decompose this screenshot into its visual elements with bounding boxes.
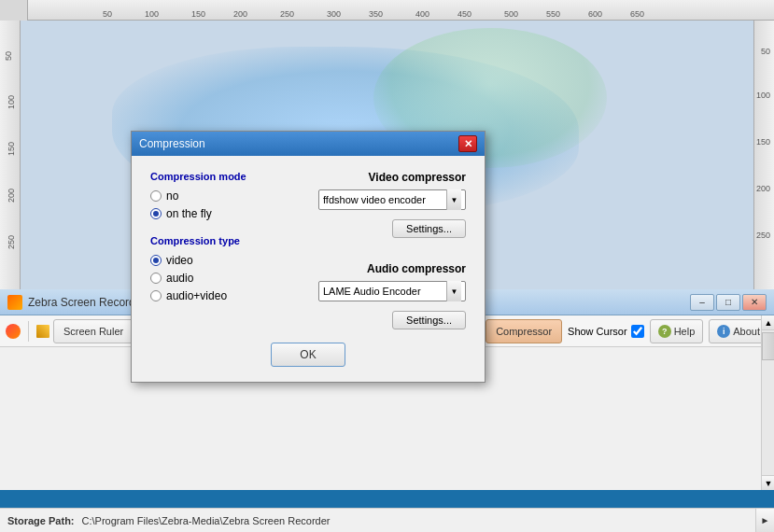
- radio-audio-label: audio: [166, 272, 193, 285]
- ruler-vtick-r: 200: [756, 184, 770, 193]
- scrollbar-up-arrow[interactable]: ▲: [762, 315, 774, 330]
- dialog-footer: OK: [132, 343, 485, 367]
- radio-video-label: video: [166, 254, 193, 267]
- dialog-content: Compression mode no on the fly Compressi…: [132, 156, 485, 369]
- app-icon: [7, 295, 22, 310]
- compressor-label: Compressor: [496, 326, 552, 337]
- audio-encoder-value: LAME Audio Encoder: [323, 286, 421, 297]
- ruler-tick: 500: [504, 9, 518, 19]
- radio-no-item[interactable]: no: [150, 189, 300, 203]
- ruler-vtick-r: 50: [761, 47, 770, 56]
- radio-no-circle[interactable]: [150, 190, 162, 202]
- radio-audio-item[interactable]: audio: [150, 272, 300, 285]
- record-icon: [6, 324, 21, 339]
- show-cursor-area: Show Cursor: [568, 325, 644, 338]
- compression-mode-label: Compression mode: [150, 171, 300, 182]
- radio-audio-circle[interactable]: [150, 273, 162, 284]
- ruler-vtick-r: 250: [756, 231, 770, 240]
- ruler-tick: 400: [415, 9, 429, 19]
- radio-video-item[interactable]: video: [150, 254, 300, 267]
- show-cursor-checkbox[interactable]: [631, 325, 644, 338]
- dialog-close-button[interactable]: ✕: [458, 135, 477, 152]
- ruler-vtick-r: 100: [756, 91, 770, 100]
- compression-type-group: video audio audio+video: [150, 254, 300, 302]
- audio-encoder-dropdown[interactable]: LAME Audio Encoder ▼: [318, 281, 466, 301]
- ruler-corner: [0, 0, 28, 21]
- dialog-left-panel: Compression mode no on the fly Compressi…: [150, 171, 300, 354]
- ruler-left-bar: 50 100 150 200 250: [0, 21, 21, 289]
- radio-audio-video-item[interactable]: audio+video: [150, 289, 300, 302]
- ruler-right-bar: 50 100 150 200 250: [753, 21, 774, 289]
- minimize-button[interactable]: –: [690, 294, 714, 311]
- video-settings-button[interactable]: Settings...: [392, 219, 466, 238]
- radio-on-the-fly-label: on the fly: [166, 207, 212, 220]
- ruler-tick: 50: [103, 9, 112, 19]
- ruler-tick: 100: [145, 9, 159, 19]
- ruler-tick: 600: [588, 9, 602, 19]
- video-compressor-label: Video compressor: [318, 171, 466, 184]
- radio-audio-video-label: audio+video: [166, 289, 227, 302]
- show-cursor-label: Show Cursor: [568, 326, 627, 337]
- radio-video-circle[interactable]: [150, 255, 162, 266]
- status-label: Storage Path:: [7, 515, 75, 526]
- app-title-label: Zebra Screen Recorder: [28, 296, 145, 309]
- window-controls: – □ ✕: [690, 294, 767, 311]
- screen-ruler-label: Screen Ruler: [63, 326, 123, 337]
- help-label: Help: [674, 326, 696, 337]
- ok-button[interactable]: OK: [271, 343, 345, 367]
- video-encoder-dropdown-row: ffdshow video encoder ▼: [318, 189, 466, 210]
- screen-ruler-button[interactable]: Screen Ruler: [53, 319, 134, 343]
- toolbar-divider: [28, 321, 29, 342]
- dialog-title-bar: Compression ✕: [132, 132, 485, 156]
- audio-compressor-label: Audio compressor: [318, 262, 466, 275]
- ruler-vtick: 250: [7, 235, 16, 249]
- ruler-vtick-r: 150: [756, 137, 770, 147]
- ruler-tick: 550: [546, 9, 560, 19]
- ruler-tick: 250: [280, 9, 294, 19]
- ruler-vtick: 50: [4, 51, 13, 61]
- audio-dropdown-arrow[interactable]: ▼: [446, 281, 461, 301]
- dialog-title: Compression: [139, 137, 205, 150]
- radio-on-the-fly-circle[interactable]: [150, 208, 162, 219]
- compression-type-label: Compression type: [150, 235, 300, 246]
- info-icon: i: [717, 325, 730, 338]
- status-path: C:\Program Files\Zebra-Media\Zebra Scree…: [82, 515, 331, 526]
- status-arrow-icon: ►: [761, 515, 770, 525]
- scrollbar-down-arrow[interactable]: ▼: [762, 475, 774, 490]
- ruler-top-bar: 50 100 150 200 250 300 350 400 450 500 5…: [0, 0, 774, 21]
- audio-settings-label: Settings...: [406, 315, 452, 326]
- compressor-button[interactable]: Compressor: [486, 319, 562, 343]
- compression-dialog: Compression ✕ Compression mode no on the…: [131, 131, 486, 383]
- ok-label: OK: [300, 348, 316, 361]
- scrollbar-thumb[interactable]: [762, 332, 774, 360]
- help-icon: ?: [658, 325, 671, 338]
- audio-settings-button[interactable]: Settings...: [392, 311, 466, 329]
- about-label: About: [733, 326, 760, 337]
- video-settings-label: Settings...: [406, 223, 452, 234]
- ruler-tick: 300: [327, 9, 341, 19]
- ruler-vtick: 150: [7, 142, 16, 156]
- ruler-tick: 350: [369, 9, 383, 19]
- ruler-vtick: 100: [7, 95, 16, 109]
- ruler-tick: 450: [457, 9, 471, 19]
- ruler-vtick: 200: [7, 189, 16, 203]
- app-title: Zebra Screen Recorder: [7, 295, 145, 310]
- ruler-tick: 650: [630, 9, 644, 19]
- maximize-button[interactable]: □: [716, 294, 740, 311]
- dialog-right-panel: Video compressor ffdshow video encoder ▼…: [318, 171, 466, 354]
- radio-on-the-fly-item[interactable]: on the fly: [150, 207, 300, 220]
- video-encoder-value: ffdshow video encoder: [323, 194, 426, 205]
- video-dropdown-arrow[interactable]: ▼: [446, 189, 461, 210]
- ruler-tick: 200: [233, 9, 247, 19]
- audio-encoder-dropdown-row: LAME Audio Encoder ▼: [318, 281, 466, 301]
- radio-no-label: no: [166, 189, 178, 203]
- help-button[interactable]: ? Help: [650, 319, 704, 343]
- close-button[interactable]: ✕: [742, 294, 767, 311]
- vertical-scrollbar[interactable]: ▲ ▼: [761, 315, 774, 490]
- status-arrow-button[interactable]: ►: [755, 509, 774, 533]
- about-button[interactable]: i About: [709, 319, 768, 343]
- video-encoder-dropdown[interactable]: ffdshow video encoder ▼: [318, 189, 466, 210]
- compression-mode-group: no on the fly: [150, 189, 300, 220]
- radio-audio-video-circle[interactable]: [150, 290, 162, 301]
- status-bar: Storage Path: C:\Program Files\Zebra-Med…: [0, 508, 774, 532]
